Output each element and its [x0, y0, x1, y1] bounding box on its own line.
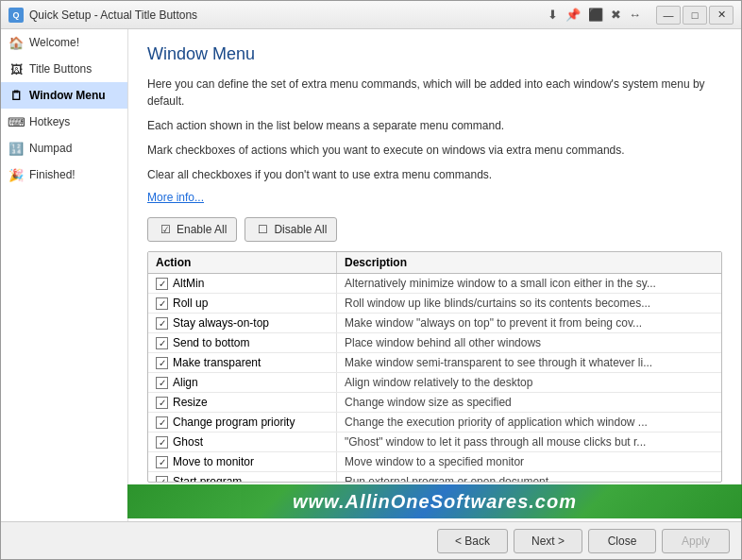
close-button[interactable]: ✕	[709, 6, 734, 25]
pushpin-icon[interactable]: 📌	[565, 8, 581, 22]
cell-desc: Align window relatively to the desktop	[337, 373, 721, 392]
row-checkbox-7[interactable]	[156, 416, 168, 429]
row-checkbox-3[interactable]	[156, 337, 168, 349]
row-action-label: Align	[173, 376, 198, 389]
enable-all-button[interactable]: ☑ Enable All	[147, 217, 237, 242]
row-action-label: Move to monitor	[173, 455, 254, 468]
close-x-icon[interactable]: ✖	[611, 8, 621, 22]
minimize-button[interactable]: —	[656, 6, 681, 25]
sidebar: 🏠 Welcome! 🖼 Title Buttons 🗒 Window Menu…	[1, 29, 128, 521]
apply-button[interactable]: Apply	[662, 529, 730, 553]
disable-all-icon: ☐	[255, 222, 270, 237]
footer-bar: < Back Next > Close Apply	[1, 521, 741, 559]
cell-action: Move to monitor	[148, 452, 337, 471]
row-checkbox-5[interactable]	[156, 377, 168, 389]
row-checkbox-10[interactable]	[156, 476, 168, 483]
maximize-button[interactable]: □	[683, 6, 707, 25]
table-row[interactable]: Change program priority Change the execu…	[148, 413, 721, 433]
table-header: Action Description	[148, 252, 721, 274]
disable-all-label: Disable All	[274, 223, 327, 236]
sidebar-label-title-buttons: Title Buttons	[29, 62, 92, 76]
cell-desc: Run external program or open document	[337, 472, 721, 482]
row-action-label: Ghost	[173, 435, 203, 449]
action-buttons-row: ☑ Enable All ☐ Disable All	[147, 217, 722, 242]
cell-desc: Change window size as specified	[337, 393, 721, 412]
main-window: Q Quick Setup - Actual Title Buttons ⬇ 📌…	[0, 0, 742, 560]
row-checkbox-8[interactable]	[156, 436, 168, 449]
row-checkbox-6[interactable]	[156, 397, 168, 409]
title-buttons-icon: 🖼	[8, 61, 24, 76]
hotkeys-icon: ⌨	[8, 114, 24, 129]
cell-desc: Change the execution priority of applica…	[337, 413, 721, 432]
app-icon: Q	[8, 8, 24, 23]
col-header-action: Action	[148, 252, 337, 273]
table-row[interactable]: AltMin Alternatively minimize window to …	[148, 274, 721, 294]
sidebar-item-title-buttons[interactable]: 🖼 Title Buttons	[1, 56, 127, 82]
sidebar-item-finished[interactable]: 🎉 Finished!	[1, 161, 127, 188]
row-action-label: Roll up	[173, 297, 208, 310]
sidebar-item-hotkeys[interactable]: ⌨ Hotkeys	[1, 109, 127, 135]
table-row[interactable]: Send to bottom Place window behind all o…	[148, 333, 721, 353]
cell-action: Resize	[148, 393, 337, 412]
next-button[interactable]: Next >	[514, 529, 582, 553]
row-action-label: Make transparent	[173, 356, 261, 369]
cell-action: Change program priority	[148, 413, 337, 432]
table-row[interactable]: Start program Run external program or op…	[148, 472, 721, 482]
row-action-label: Start program	[173, 475, 242, 482]
sidebar-label-hotkeys: Hotkeys	[29, 115, 70, 128]
table-row[interactable]: Make transparent Make window semi-transp…	[148, 353, 721, 373]
cell-desc: Make window "always on top" to prevent i…	[337, 314, 721, 332]
window-title: Quick Setup - Actual Title Buttons	[29, 8, 548, 22]
table-row[interactable]: Ghost "Ghost" window to let it pass thro…	[148, 433, 721, 452]
cell-action: Send to bottom	[148, 333, 337, 352]
sidebar-label-window-menu: Window Menu	[29, 89, 106, 102]
cell-action: Roll up	[148, 294, 337, 313]
finished-icon: 🎉	[8, 167, 24, 182]
sidebar-label-welcome: Welcome!	[29, 36, 79, 49]
table-row[interactable]: Resize Change window size as specified	[148, 393, 721, 413]
desc1: Here you can define the set of extra men…	[147, 76, 722, 110]
numpad-icon: 🔢	[8, 141, 24, 156]
content-area: 🏠 Welcome! 🖼 Title Buttons 🗒 Window Menu…	[1, 29, 741, 521]
row-checkbox-4[interactable]	[156, 357, 168, 369]
screen-icon[interactable]: ⬛	[588, 8, 603, 22]
cell-desc: Make window semi-transparent to see thro…	[337, 353, 721, 372]
cell-action: AltMin	[148, 274, 337, 293]
actions-table: Action Description AltMin Alternatively …	[147, 251, 722, 483]
row-action-label: Resize	[173, 396, 208, 409]
row-checkbox-2[interactable]	[156, 317, 168, 330]
desc3: Mark checkboxes of actions which you wan…	[147, 142, 722, 159]
table-row[interactable]: Align Align window relatively to the des…	[148, 373, 721, 393]
cell-desc: Move window to a specified monitor	[337, 452, 721, 471]
row-checkbox-0[interactable]	[156, 278, 168, 290]
window-menu-icon: 🗒	[8, 88, 24, 103]
sidebar-item-numpad[interactable]: 🔢 Numpad	[1, 135, 127, 161]
desc4: Clear all checkboxes if you don't want t…	[147, 166, 722, 183]
row-checkbox-9[interactable]	[156, 456, 168, 468]
sidebar-label-finished: Finished!	[29, 168, 76, 181]
disable-all-button[interactable]: ☐ Disable All	[245, 217, 337, 242]
cell-action: Ghost	[148, 433, 337, 451]
extra-icons: ⬇ 📌 ⬛ ✖ ↔	[548, 8, 641, 22]
pin-icon[interactable]: ⬇	[548, 8, 558, 22]
sidebar-item-welcome[interactable]: 🏠 Welcome!	[1, 29, 127, 56]
row-action-label: Stay always-on-top	[173, 316, 269, 330]
enable-all-icon: ☑	[158, 222, 173, 237]
row-checkbox-1[interactable]	[156, 297, 168, 310]
window-controls: — □ ✕	[656, 6, 734, 25]
desc2: Each action shown in the list below mean…	[147, 117, 722, 134]
title-bar: Q Quick Setup - Actual Title Buttons ⬇ 📌…	[1, 1, 741, 29]
more-info-link[interactable]: More info...	[147, 191, 722, 204]
page-title: Window Menu	[147, 44, 722, 64]
close-button-footer[interactable]: Close	[588, 529, 656, 553]
table-row[interactable]: Move to monitor Move window to a specifi…	[148, 452, 721, 472]
sidebar-item-window-menu[interactable]: 🗒 Window Menu	[1, 82, 127, 109]
table-row[interactable]: Stay always-on-top Make window "always o…	[148, 314, 721, 333]
row-action-label: Send to bottom	[173, 336, 249, 349]
watermark: www.AllinOneSoftwares.com	[127, 484, 742, 518]
cell-action: Stay always-on-top	[148, 314, 337, 332]
cell-action: Make transparent	[148, 353, 337, 372]
back-button[interactable]: < Back	[437, 529, 508, 553]
table-row[interactable]: Roll up Roll window up like blinds/curta…	[148, 294, 721, 314]
swap-icon[interactable]: ↔	[629, 8, 641, 22]
